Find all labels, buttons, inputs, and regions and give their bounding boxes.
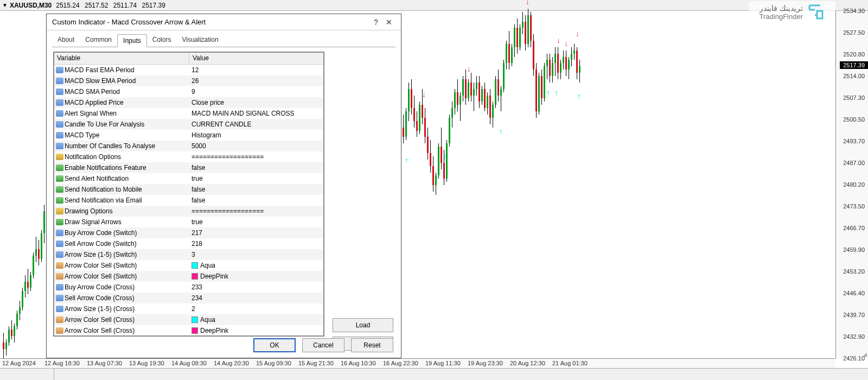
- dialog-titlebar[interactable]: Custom Indicator - Macd Crossover Arrow …: [47, 14, 401, 30]
- custom-indicator-dialog: Custom Indicator - Macd Crossover Arrow …: [46, 14, 401, 358]
- bool-type-icon: [56, 164, 63, 171]
- input-variable-name: Send Alert Notification: [65, 175, 189, 182]
- price-tick: 2459.90: [843, 246, 865, 253]
- num-type-icon: [56, 306, 63, 312]
- close-icon[interactable]: ✕: [382, 18, 395, 27]
- input-value-cell[interactable]: 218: [189, 240, 324, 248]
- reset-button[interactable]: Reset: [351, 338, 393, 352]
- help-icon[interactable]: ?: [369, 18, 382, 27]
- input-value-cell[interactable]: CURRENT CANDLE: [189, 121, 324, 128]
- input-value-cell[interactable]: true: [189, 218, 324, 226]
- input-value-cell[interactable]: 217: [189, 229, 324, 237]
- input-row[interactable]: Notification Options===================: [54, 151, 324, 162]
- input-value-cell[interactable]: 234: [189, 294, 324, 302]
- input-row[interactable]: Arrow Color Sell (Switch)Aqua: [54, 260, 324, 271]
- cancel-button[interactable]: Cancel: [302, 338, 344, 352]
- chart-tab-area[interactable]: [0, 369, 54, 380]
- input-row[interactable]: Alert Signal WhenMACD MAIN AND SIGNAL CR…: [54, 108, 324, 119]
- price-tick: 2527.50: [843, 29, 865, 36]
- buy-signal-arrow: ↑: [577, 92, 581, 100]
- input-variable-name: Arrow Size (1-5) (Switch): [65, 251, 189, 258]
- input-value-cell[interactable]: Close price: [189, 99, 324, 106]
- input-row[interactable]: Arrow Color Sell (Cross)DeepPink: [54, 325, 324, 336]
- input-value-cell[interactable]: DeepPink: [189, 273, 324, 280]
- input-value-cell[interactable]: ===================: [189, 207, 324, 215]
- tab-about[interactable]: About: [52, 34, 80, 47]
- input-value-cell[interactable]: false: [189, 186, 324, 193]
- tab-common[interactable]: Common: [80, 34, 117, 47]
- input-variable-name: Arrow Size (1-5) (Cross): [65, 305, 189, 313]
- tab-visualization[interactable]: Visualization: [176, 34, 224, 47]
- input-variable-name: Buy Arrow Code (Switch): [65, 229, 189, 237]
- header-variable[interactable]: Variable: [54, 52, 189, 64]
- input-value-text: 217: [192, 229, 202, 237]
- sell-signal-arrow: ↓: [564, 40, 568, 47]
- bool-type-icon: [56, 219, 63, 225]
- tab-colors[interactable]: Colors: [147, 34, 177, 47]
- load-button[interactable]: Load: [333, 318, 393, 332]
- input-value-cell[interactable]: ===================: [189, 153, 324, 161]
- sell-signal-arrow: ↓: [526, 0, 529, 5]
- input-value-cell[interactable]: Aqua: [189, 262, 324, 269]
- input-value-cell[interactable]: 5000: [189, 142, 324, 150]
- input-row[interactable]: MACD SMA Period9: [54, 86, 324, 97]
- input-row[interactable]: Arrow Size (1-5) (Switch)3: [54, 249, 324, 260]
- input-value-cell[interactable]: 3: [189, 251, 324, 258]
- chart-menu-arrow[interactable]: ▼: [2, 2, 8, 8]
- input-row[interactable]: Send Alert Notificationtrue: [54, 173, 324, 184]
- input-value-text: false: [192, 164, 205, 172]
- input-row[interactable]: Draw Signal Arrowstrue: [54, 217, 324, 227]
- input-value-cell[interactable]: true: [189, 175, 324, 182]
- input-row[interactable]: Send Notification to Mobilefalse: [54, 184, 324, 195]
- input-value-text: ===================: [192, 207, 264, 215]
- input-value-cell[interactable]: 9: [189, 88, 324, 96]
- tab-inputs[interactable]: Inputs: [117, 34, 147, 47]
- input-variable-name: Notification Options: [65, 153, 189, 161]
- input-value-cell[interactable]: 26: [189, 77, 324, 85]
- color-type-icon: [56, 316, 63, 323]
- input-value-cell[interactable]: 12: [189, 66, 324, 74]
- num-type-icon: [56, 99, 63, 106]
- input-value-text: false: [192, 197, 205, 204]
- input-row[interactable]: Sell Arrow Code (Cross)234: [54, 293, 324, 303]
- input-row[interactable]: Enable Notifications Featurefalse: [54, 162, 324, 173]
- input-row[interactable]: Arrow Size (1-5) (Cross)2: [54, 303, 324, 314]
- input-row[interactable]: Send Notification via Emailfalse: [54, 195, 324, 206]
- price-tick: 2500.50: [843, 116, 865, 123]
- ok-button[interactable]: OK: [253, 338, 296, 352]
- input-row[interactable]: Buy Arrow Code (Cross)233: [54, 282, 324, 293]
- input-row[interactable]: MACD TypeHistogram: [54, 130, 324, 141]
- input-value-cell[interactable]: 233: [189, 283, 324, 291]
- bool-type-icon: [56, 197, 63, 204]
- input-value-cell[interactable]: 2: [189, 305, 324, 313]
- input-row[interactable]: MACD Fast EMA Period12: [54, 65, 324, 75]
- input-value-text: 26: [192, 77, 199, 85]
- input-value-cell[interactable]: Histogram: [189, 131, 324, 139]
- input-row[interactable]: Drawing Options===================: [54, 206, 324, 217]
- input-row[interactable]: MACD Applied PriceClose price: [54, 97, 324, 108]
- header-value[interactable]: Value: [189, 52, 324, 64]
- input-value-cell[interactable]: MACD MAIN AND SIGNAL CROSS: [189, 110, 324, 117]
- input-value-cell[interactable]: false: [189, 164, 324, 172]
- input-row[interactable]: MACD Slow EMA Period26: [54, 75, 324, 86]
- input-value-cell[interactable]: DeepPink: [189, 327, 324, 334]
- time-tick: 12 Aug 18:30: [44, 359, 80, 368]
- input-value-cell[interactable]: Aqua: [189, 316, 324, 324]
- input-value-text: 12: [192, 66, 199, 74]
- color-type-icon: [56, 327, 63, 334]
- num-type-icon: [56, 132, 63, 138]
- input-value-cell[interactable]: false: [189, 197, 324, 204]
- input-value-text: 218: [192, 240, 202, 248]
- input-row[interactable]: Number Of Candles To Analyse5000: [54, 141, 324, 151]
- input-row[interactable]: Sell Arrow Code (Switch)218: [54, 238, 324, 249]
- input-row[interactable]: Candle To Use For AnalysisCURRENT CANDLE: [54, 119, 324, 130]
- dialog-tabs: About Common Inputs Colors Visualization: [47, 30, 401, 47]
- inputs-header: Variable Value: [54, 52, 324, 65]
- input-row[interactable]: Arrow Color Sell (Cross)Aqua: [54, 314, 324, 325]
- chart-resize-grip[interactable]: ◢: [863, 351, 867, 357]
- input-variable-name: Buy Arrow Code (Cross): [65, 283, 189, 291]
- input-row[interactable]: Buy Arrow Code (Switch)217: [54, 227, 324, 238]
- price-tick: 2439.70: [843, 312, 865, 318]
- input-row[interactable]: Arrow Color Sell (Switch)DeepPink: [54, 271, 324, 282]
- input-variable-name: Draw Signal Arrows: [65, 218, 189, 226]
